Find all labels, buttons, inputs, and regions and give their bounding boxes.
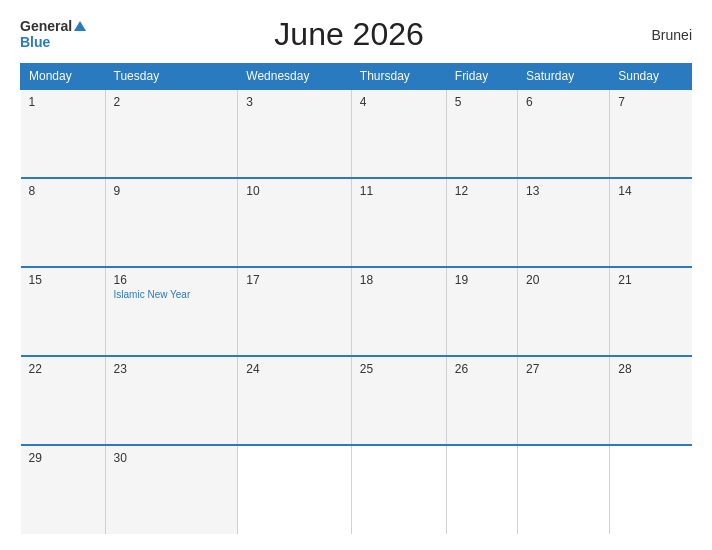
logo: General Blue xyxy=(20,19,86,50)
calendar-cell xyxy=(446,445,517,534)
day-number: 14 xyxy=(618,184,683,198)
calendar-cell: 11 xyxy=(351,178,446,267)
calendar-cell: 17 xyxy=(238,267,352,356)
logo-triangle-icon xyxy=(74,21,86,31)
day-number: 5 xyxy=(455,95,509,109)
calendar-cell: 23 xyxy=(105,356,238,445)
day-number: 9 xyxy=(114,184,230,198)
calendar-cell: 28 xyxy=(610,356,692,445)
day-header-sunday: Sunday xyxy=(610,64,692,90)
calendar-cell: 12 xyxy=(446,178,517,267)
calendar-page: General Blue June 2026 Brunei MondayTues… xyxy=(0,0,712,550)
calendar-cell: 29 xyxy=(21,445,106,534)
calendar-cell: 26 xyxy=(446,356,517,445)
calendar-cell: 25 xyxy=(351,356,446,445)
calendar-cell: 9 xyxy=(105,178,238,267)
day-number: 4 xyxy=(360,95,438,109)
calendar-cell: 2 xyxy=(105,89,238,178)
day-number: 7 xyxy=(618,95,683,109)
calendar-cell: 24 xyxy=(238,356,352,445)
day-header-thursday: Thursday xyxy=(351,64,446,90)
day-number: 26 xyxy=(455,362,509,376)
calendar-cell: 18 xyxy=(351,267,446,356)
calendar-cell: 16Islamic New Year xyxy=(105,267,238,356)
calendar-cell: 3 xyxy=(238,89,352,178)
calendar-cell: 1 xyxy=(21,89,106,178)
calendar-cell: 8 xyxy=(21,178,106,267)
calendar-week-2: 891011121314 xyxy=(21,178,692,267)
calendar-cell: 20 xyxy=(518,267,610,356)
calendar-cell: 19 xyxy=(446,267,517,356)
day-number: 6 xyxy=(526,95,601,109)
day-number: 20 xyxy=(526,273,601,287)
holiday-label: Islamic New Year xyxy=(114,289,230,300)
calendar-cell: 13 xyxy=(518,178,610,267)
day-number: 11 xyxy=(360,184,438,198)
day-number: 18 xyxy=(360,273,438,287)
country-label: Brunei xyxy=(612,27,692,43)
day-number: 1 xyxy=(29,95,97,109)
logo-general-text: General xyxy=(20,19,72,34)
calendar-cell: 15 xyxy=(21,267,106,356)
calendar-cell: 22 xyxy=(21,356,106,445)
calendar-cell: 14 xyxy=(610,178,692,267)
day-number: 2 xyxy=(114,95,230,109)
day-number: 22 xyxy=(29,362,97,376)
calendar-week-3: 1516Islamic New Year1718192021 xyxy=(21,267,692,356)
day-number: 12 xyxy=(455,184,509,198)
calendar-cell: 30 xyxy=(105,445,238,534)
calendar-week-1: 1234567 xyxy=(21,89,692,178)
day-number: 27 xyxy=(526,362,601,376)
day-number: 25 xyxy=(360,362,438,376)
calendar-table: MondayTuesdayWednesdayThursdayFridaySatu… xyxy=(20,63,692,534)
day-number: 29 xyxy=(29,451,97,465)
day-header-friday: Friday xyxy=(446,64,517,90)
day-header-monday: Monday xyxy=(21,64,106,90)
day-number: 21 xyxy=(618,273,683,287)
day-number: 8 xyxy=(29,184,97,198)
calendar-cell: 27 xyxy=(518,356,610,445)
logo-blue-text: Blue xyxy=(20,35,50,50)
calendar-week-5: 2930 xyxy=(21,445,692,534)
day-number: 19 xyxy=(455,273,509,287)
header: General Blue June 2026 Brunei xyxy=(20,16,692,53)
calendar-cell: 4 xyxy=(351,89,446,178)
day-number: 16 xyxy=(114,273,230,287)
calendar-cell xyxy=(610,445,692,534)
calendar-cell xyxy=(351,445,446,534)
day-number: 3 xyxy=(246,95,343,109)
calendar-cell xyxy=(518,445,610,534)
days-header-row: MondayTuesdayWednesdayThursdayFridaySatu… xyxy=(21,64,692,90)
calendar-cell: 21 xyxy=(610,267,692,356)
calendar-title: June 2026 xyxy=(86,16,612,53)
day-number: 10 xyxy=(246,184,343,198)
calendar-cell: 7 xyxy=(610,89,692,178)
calendar-cell: 5 xyxy=(446,89,517,178)
day-number: 23 xyxy=(114,362,230,376)
day-number: 24 xyxy=(246,362,343,376)
day-number: 17 xyxy=(246,273,343,287)
day-number: 28 xyxy=(618,362,683,376)
day-header-wednesday: Wednesday xyxy=(238,64,352,90)
calendar-cell: 10 xyxy=(238,178,352,267)
day-header-tuesday: Tuesday xyxy=(105,64,238,90)
calendar-week-4: 22232425262728 xyxy=(21,356,692,445)
day-number: 13 xyxy=(526,184,601,198)
day-header-saturday: Saturday xyxy=(518,64,610,90)
day-number: 30 xyxy=(114,451,230,465)
day-number: 15 xyxy=(29,273,97,287)
calendar-cell: 6 xyxy=(518,89,610,178)
calendar-cell xyxy=(238,445,352,534)
